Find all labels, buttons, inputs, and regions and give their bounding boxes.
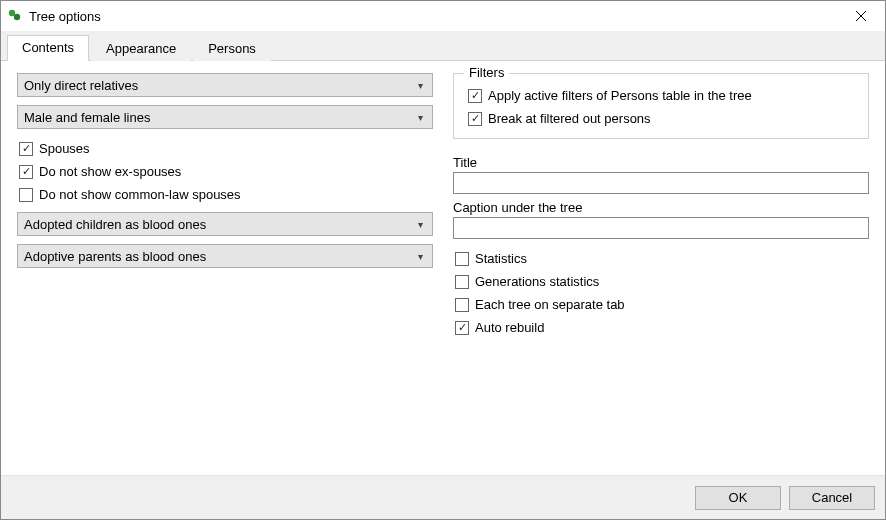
title-label: Title — [453, 155, 869, 170]
lines-combo-text: Male and female lines — [24, 110, 412, 125]
options-check-list: Statistics Generations statistics Each t… — [453, 247, 869, 339]
right-column: Filters Apply active filters of Persons … — [453, 73, 869, 471]
checkbox-gen-statistics[interactable]: Generations statistics — [453, 270, 869, 293]
checkbox-icon — [19, 165, 33, 179]
checkbox-label: Do not show common-law spouses — [39, 185, 241, 204]
checkbox-icon — [455, 252, 469, 266]
checkbox-apply-filters[interactable]: Apply active filters of Persons table in… — [466, 84, 856, 107]
svg-point-0 — [9, 10, 15, 16]
checkbox-icon — [455, 298, 469, 312]
checkbox-label: Apply active filters of Persons table in… — [488, 86, 752, 105]
filters-groupbox: Filters Apply active filters of Persons … — [453, 73, 869, 139]
chevron-down-icon: ▾ — [412, 80, 428, 91]
tabbar: Contents Appearance Persons — [1, 31, 885, 61]
close-button[interactable] — [839, 2, 883, 30]
app-icon — [7, 8, 23, 24]
checkbox-no-ex-spouses[interactable]: Do not show ex-spouses — [17, 160, 433, 183]
cancel-button[interactable]: Cancel — [789, 486, 875, 510]
checkbox-statistics[interactable]: Statistics — [453, 247, 869, 270]
adoptive-parents-combo[interactable]: Adoptive parents as blood ones ▾ — [17, 244, 433, 268]
button-bar: OK Cancel — [1, 475, 885, 519]
content-area: Only direct relatives ▾ Male and female … — [1, 61, 885, 475]
relatives-combo[interactable]: Only direct relatives ▾ — [17, 73, 433, 97]
checkbox-icon — [455, 321, 469, 335]
checkbox-label: Each tree on separate tab — [475, 295, 625, 314]
ok-button[interactable]: OK — [695, 486, 781, 510]
adopted-children-combo-text: Adopted children as blood ones — [24, 217, 412, 232]
checkbox-label: Break at filtered out persons — [488, 109, 651, 128]
checkbox-label: Generations statistics — [475, 272, 599, 291]
tab-persons[interactable]: Persons — [193, 36, 271, 61]
checkbox-icon — [19, 188, 33, 202]
caption-input[interactable] — [453, 217, 869, 239]
checkbox-icon — [19, 142, 33, 156]
window-root: Tree options Contents Appearance Persons… — [0, 0, 886, 520]
checkbox-separate-tab[interactable]: Each tree on separate tab — [453, 293, 869, 316]
checkbox-auto-rebuild[interactable]: Auto rebuild — [453, 316, 869, 339]
checkbox-icon — [468, 112, 482, 126]
left-column: Only direct relatives ▾ Male and female … — [17, 73, 433, 471]
lines-combo[interactable]: Male and female lines ▾ — [17, 105, 433, 129]
checkbox-break-filtered[interactable]: Break at filtered out persons — [466, 107, 856, 130]
tab-appearance[interactable]: Appearance — [91, 36, 191, 61]
titlebar: Tree options — [1, 1, 885, 31]
chevron-down-icon: ▾ — [412, 219, 428, 230]
caption-label: Caption under the tree — [453, 200, 869, 215]
title-input[interactable] — [453, 172, 869, 194]
checkbox-label: Statistics — [475, 249, 527, 268]
checkbox-label: Do not show ex-spouses — [39, 162, 181, 181]
tab-contents[interactable]: Contents — [7, 35, 89, 61]
chevron-down-icon: ▾ — [412, 251, 428, 262]
adopted-children-combo[interactable]: Adopted children as blood ones ▾ — [17, 212, 433, 236]
svg-point-1 — [14, 14, 20, 20]
checkbox-label: Spouses — [39, 139, 90, 158]
window-title: Tree options — [29, 9, 839, 24]
relatives-combo-text: Only direct relatives — [24, 78, 412, 93]
checkbox-label: Auto rebuild — [475, 318, 544, 337]
checkbox-no-common-law[interactable]: Do not show common-law spouses — [17, 183, 433, 206]
filters-legend: Filters — [464, 65, 509, 80]
chevron-down-icon: ▾ — [412, 112, 428, 123]
checkbox-icon — [455, 275, 469, 289]
adoptive-parents-combo-text: Adoptive parents as blood ones — [24, 249, 412, 264]
close-icon — [856, 11, 866, 21]
checkbox-icon — [468, 89, 482, 103]
checkbox-spouses[interactable]: Spouses — [17, 137, 433, 160]
